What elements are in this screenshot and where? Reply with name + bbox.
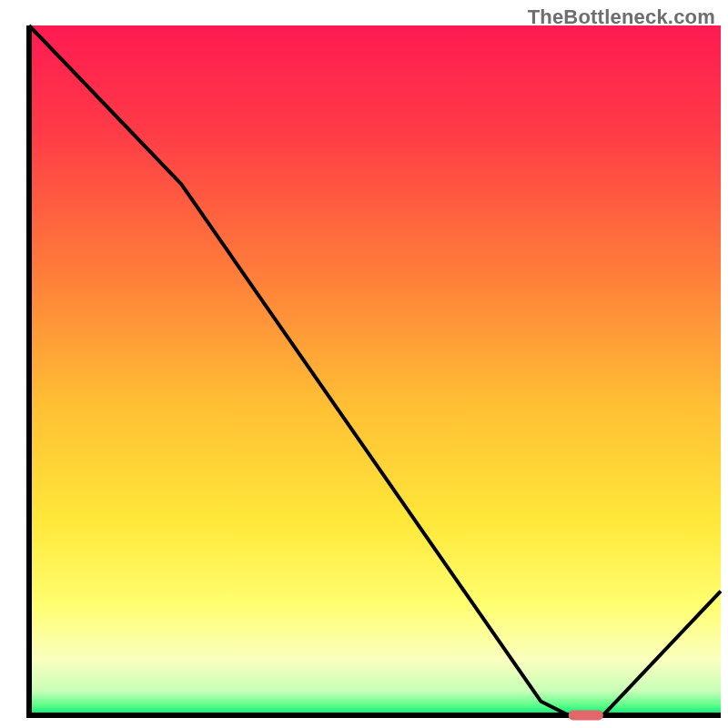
bottleneck-chart [0,0,728,728]
watermark-text: TheBottleneck.com [528,5,715,29]
optimum-marker [569,711,603,721]
plot-background [29,25,721,715]
chart-container: TheBottleneck.com [0,0,728,728]
